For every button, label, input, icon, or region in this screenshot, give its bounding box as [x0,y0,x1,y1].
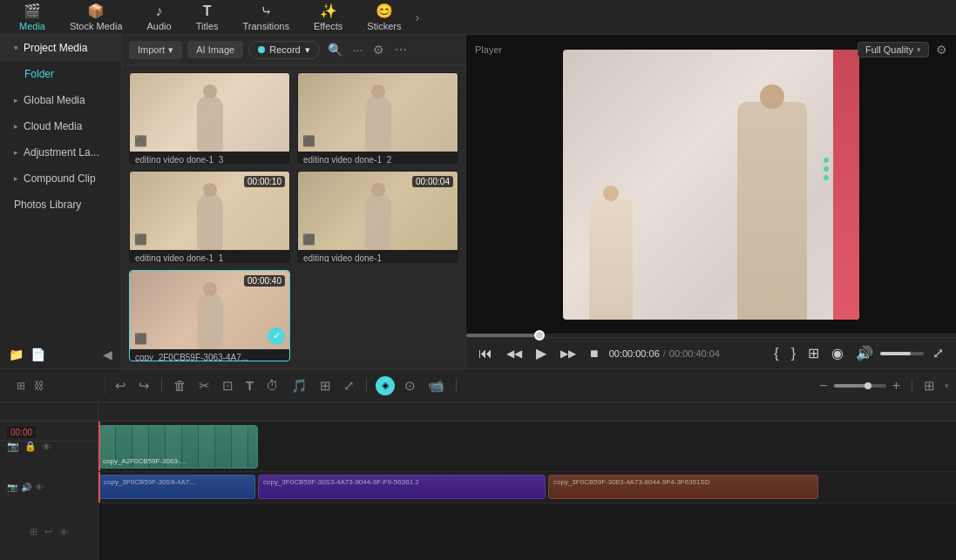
bottom-track-controls: ⊞ ↩ 👁 [0,503,98,560]
mark-in-button[interactable]: { [770,344,782,363]
top-navigation: 🎬 Media 📦 Stock Media ♪ Audio T Titles ⤷… [0,0,956,35]
transform-button[interactable]: ⊞ [317,375,334,396]
audio-icon: ♪ [156,3,163,19]
delete-button[interactable]: 🗑 [171,375,189,395]
media-thumbnail: ⬛ 00:00:04 [298,172,458,250]
nav-item-stickers[interactable]: 😊 Stickers [355,1,413,33]
titles-icon: T [203,3,212,19]
nav-item-effects[interactable]: ✨ Effects [302,1,355,33]
crop-button[interactable]: ⊡ [220,375,236,396]
grid-arrow-icon[interactable]: ▾ [945,381,949,390]
redo-button[interactable]: ↪ [136,375,153,396]
search-icon[interactable]: 🔍 [325,40,345,59]
zoom-in-button[interactable]: + [890,375,903,396]
sidebar-label-global-media: Global Media [24,94,85,106]
add-file-icon[interactable]: 📄 [31,347,45,361]
nav-item-media[interactable]: 🎬 Media [7,1,58,33]
quality-selector[interactable]: Full Quality ▾ [858,42,929,57]
keyframe-button[interactable]: ⊙ [402,375,418,396]
mark-out-button[interactable]: } [788,344,799,363]
figure-silhouette [197,293,223,349]
sidebar-arrow-global: ▸ [14,96,18,105]
split-button[interactable]: ✂ [196,375,213,396]
speed-button[interactable]: ⏱ [263,375,281,395]
import-button[interactable]: Import ▾ [129,41,182,59]
bottom-control-icon3[interactable]: 👁 [59,527,69,537]
fullscreen-button[interactable]: ⤢ [929,343,947,363]
bottom-control-icon[interactable]: ⊞ [30,526,37,537]
timeline-tracks-area: 00:00 📷 🔒 👁 [0,422,956,560]
audio-clip-2[interactable]: copy_3F0CB59F-30S3-4A73-9044-9F-F9-56361… [258,475,546,499]
media-item[interactable]: ⬛ editing video done-1_3 [129,72,290,164]
track-visibility-icon[interactable]: 👁 [42,442,51,452]
audio-camera-icon[interactable]: 📷 [7,482,17,492]
snapshot-button[interactable]: ◉ [828,343,847,363]
audio-clip-1[interactable]: copy_3F0CB59F-30S9-4A7... [98,475,255,499]
nav-item-titles[interactable]: T Titles [184,2,231,33]
play-button[interactable]: ▶ [532,343,550,363]
sidebar-item-adjustment-layer[interactable]: ▸ Adjustment La... [0,139,121,165]
frame-back-button[interactable]: ◀◀ [503,346,525,361]
more-options-icon[interactable]: ··· [350,40,366,59]
sidebar-arrow-adjustment: ▸ [14,148,18,157]
preview-seekbar[interactable] [466,334,956,337]
nav-item-transitions[interactable]: ⤷ Transitions [231,1,302,33]
audio-button[interactable]: 🎵 [288,375,310,396]
audio-clip-3[interactable]: copy_3F0CB59F-3063-4A73-8044-9F4-3F6361S… [548,475,818,499]
frame-forward-button[interactable]: ▶▶ [557,346,580,361]
timeline-ruler[interactable]: 00:00 00:02:00 00:04:00 00:06:00 00:08:0… [0,402,956,422]
track-lock-icon[interactable]: 🔒 [24,441,37,452]
tracking-dot [824,158,829,163]
text-overlay-button[interactable]: T [243,375,256,395]
toolbar-separator [366,379,367,393]
main-area: ▾ Project Media Folder ▸ Global Media ▸ … [0,35,956,368]
track-camera-icon[interactable]: 📷 [7,441,19,452]
sidebar-collapse-icon[interactable]: ◀ [103,347,112,361]
zoom-slider[interactable] [834,384,886,388]
link-tracks-icon[interactable]: ⛓ [31,377,47,395]
ruler-offset [0,402,98,421]
sidebar-item-project-media[interactable]: ▾ Project Media [0,35,121,61]
audio-volume-icon[interactable]: 🔊 [21,482,31,492]
sidebar-item-folder[interactable]: Folder [0,61,121,87]
bottom-control-icon2[interactable]: ↩ [44,526,52,537]
sidebar-item-global-media[interactable]: ▸ Global Media [0,87,121,113]
expand-button[interactable]: ⤢ [341,375,357,396]
sidebar-item-photos-library[interactable]: Photos Library [0,192,121,218]
ai-image-button[interactable]: AI Image [187,41,243,58]
sidebar-label-folder: Folder [24,68,54,80]
nav-item-stock-media[interactable]: 📦 Stock Media [58,1,135,33]
media-item[interactable]: ⬛ editing video done-1_2 [297,72,458,164]
sidebar-item-compound-clip[interactable]: ▸ Compound Clip [0,165,121,192]
figure-silhouette [197,95,223,152]
media-item[interactable]: ⬛ 00:00:04 editing video done-1 [297,171,458,262]
video-clip[interactable]: copy_A2F0CB59F-3063-... [98,425,258,469]
zoom-thumb [864,382,871,389]
nav-item-audio[interactable]: ♪ Audio [135,2,184,33]
volume-icon-button[interactable]: 🔊 [852,343,877,363]
seekbar-thumb[interactable] [534,330,545,341]
undo-button[interactable]: ↩ [112,375,129,396]
sidebar-label-cloud-media: Cloud Media [24,120,82,132]
record-button[interactable]: Record ▾ [248,41,319,59]
media-item-label: editing video done-1 [298,250,458,262]
add-track-icon[interactable]: ⊞ [14,377,28,395]
nav-expand-arrow[interactable]: › [415,10,419,24]
step-to-start-button[interactable]: ⏮ [475,344,496,363]
media-item-selected[interactable]: ⬛ 00:00:40 ✓ copy_2F0CB59F-3063-4A7... [129,270,290,361]
grid-view-button[interactable]: ⊞ [921,375,938,396]
insert-button[interactable]: ⊞ [804,343,823,363]
sidebar-item-cloud-media[interactable]: ▸ Cloud Media [0,113,121,139]
audio-visibility-icon[interactable]: 👁 [35,482,44,492]
overflow-icon[interactable]: ⋯ [392,40,410,59]
video-clip-label: copy_A2F0CB59F-3063-... [103,457,186,465]
preview-settings-icon[interactable]: ⚙ [936,43,947,57]
active-tool-button[interactable]: ◈ [376,376,395,395]
media-item[interactable]: ⬛ 00:00:10 editing video done-1_1 [129,171,290,262]
stop-button[interactable]: ■ [586,344,602,363]
zoom-out-button[interactable]: − [817,375,830,396]
volume-slider[interactable] [880,352,924,355]
effects-overlay-button[interactable]: 📹 [425,375,447,396]
add-folder-icon[interactable]: 📁 [9,347,24,361]
filter-icon[interactable]: ⚙ [370,40,387,59]
